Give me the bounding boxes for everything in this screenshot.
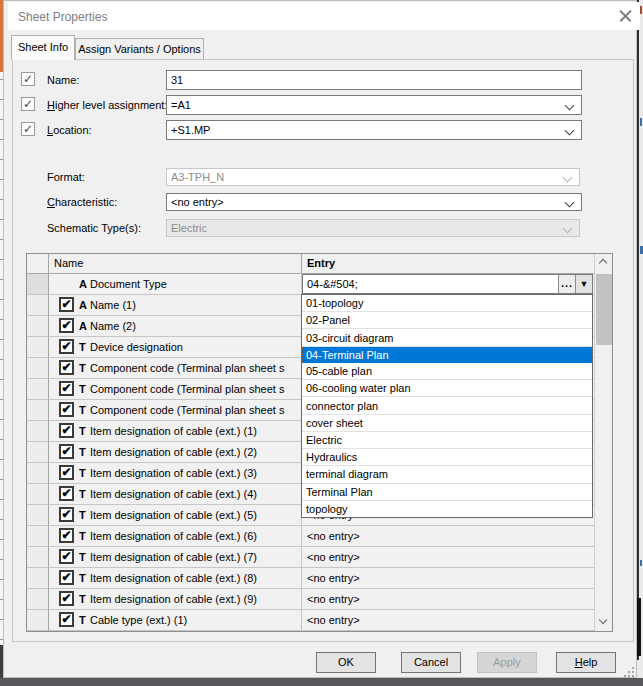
scrollbar-up-button[interactable] — [595, 254, 612, 271]
entry-combo-value[interactable]: 04-&#504; — [303, 275, 558, 293]
name-cell[interactable]: ✔ T Item designation of cable (ext.) (6) — [49, 526, 302, 547]
row-selector-cell[interactable] — [27, 610, 49, 631]
row-selector-cell[interactable] — [27, 421, 49, 442]
dropdown-item[interactable]: Electric — [302, 432, 592, 449]
dropdown-item[interactable]: Terminal Plan — [302, 484, 592, 501]
row-checkbox[interactable]: ✔ — [59, 549, 74, 564]
row-checkbox[interactable]: ✔ — [59, 444, 74, 459]
title-bar[interactable]: Sheet Properties — [8, 2, 640, 30]
name-cell[interactable]: ✔ T Item designation of cable (ext.) (7) — [49, 547, 302, 568]
row-selector-cell[interactable] — [27, 442, 49, 463]
chevron-down-icon[interactable] — [565, 198, 575, 208]
dropdown-item[interactable]: 03-circuit diagram — [302, 329, 592, 346]
characteristic-combobox[interactable]: <no entry> — [166, 193, 582, 211]
chevron-down-icon[interactable] — [565, 101, 575, 111]
dropdown-item[interactable]: cover sheet — [302, 415, 592, 432]
entry-cell[interactable]: <no entry> — [302, 610, 594, 631]
tab-assign-variants[interactable]: Assign Variants / Options — [75, 38, 204, 59]
row-selector-cell[interactable] — [27, 316, 49, 337]
cancel-button[interactable]: Cancel — [401, 652, 461, 673]
row-checkbox[interactable]: ✔ — [59, 465, 74, 480]
name-cell[interactable]: ✔ T Component code (Terminal plan sheet … — [49, 358, 302, 379]
row-selector-cell[interactable] — [27, 379, 49, 400]
name-checkbox[interactable]: ✓ — [21, 72, 35, 86]
row-selector-cell[interactable] — [27, 526, 49, 547]
dropdown-item[interactable]: 02-Panel — [302, 312, 592, 329]
name-cell[interactable]: ✔ T Item designation of cable (ext.) (4) — [49, 484, 302, 505]
entry-combobox[interactable]: 04-&#504; ... ▼ — [302, 274, 593, 294]
name-cell[interactable]: ✔ T Item designation of cable (ext.) (5) — [49, 505, 302, 526]
dropdown-item[interactable]: 05-cable plan — [302, 363, 592, 380]
name-cell[interactable]: ✔ T Item designation of cable (ext.) (8) — [49, 568, 302, 589]
row-checkbox[interactable]: ✔ — [59, 297, 74, 312]
name-cell[interactable]: A Document Type — [49, 274, 302, 295]
grid-row[interactable]: A Document Type 04-&#504; ... ▼ — [27, 274, 594, 295]
ellipsis-button[interactable]: ... — [558, 275, 575, 293]
entry-cell[interactable]: <no entry> — [302, 568, 594, 589]
higher-level-combobox[interactable]: =A1 — [166, 95, 582, 115]
chevron-down-icon[interactable] — [565, 126, 575, 136]
name-cell[interactable]: ✔ A Name (2) — [49, 316, 302, 337]
grid-row[interactable]: ✔ T Item designation of cable (ext.) (7)… — [27, 547, 594, 568]
name-cell[interactable]: ✔ T Item designation of cable (ext.) (3) — [49, 463, 302, 484]
vertical-scrollbar[interactable] — [594, 254, 612, 631]
dropdown-item[interactable]: terminal diagram — [302, 466, 592, 483]
dropdown-button[interactable]: ▼ — [575, 275, 592, 293]
name-cell[interactable]: ✔ T Device designation — [49, 337, 302, 358]
row-checkbox[interactable]: ✔ — [59, 381, 74, 396]
row-checkbox[interactable]: ✔ — [59, 486, 74, 501]
row-checkbox[interactable]: ✔ — [59, 360, 74, 375]
resize-grip[interactable] — [620, 665, 636, 679]
name-cell[interactable]: ✔ T Component code (Terminal plan sheet … — [49, 400, 302, 421]
row-selector-cell[interactable] — [27, 274, 49, 295]
entry-cell[interactable]: <no entry> — [302, 526, 594, 547]
help-button[interactable]: Help — [556, 652, 616, 673]
row-checkbox[interactable]: ✔ — [59, 423, 74, 438]
grid-row[interactable]: ✔ T Cable type (ext.) (1) <no entry> — [27, 610, 594, 631]
entry-cell[interactable]: <no entry> — [302, 589, 594, 610]
scrollbar-down-button[interactable] — [595, 614, 612, 631]
name-cell[interactable]: ✔ T Cable type (ext.) (1) — [49, 610, 302, 631]
higher-level-checkbox[interactable]: ✓ — [21, 97, 35, 111]
row-checkbox[interactable]: ✔ — [59, 528, 74, 543]
row-checkbox[interactable]: ✔ — [59, 507, 74, 522]
name-cell[interactable]: ✔ T Item designation of cable (ext.) (9) — [49, 589, 302, 610]
name-cell[interactable]: ✔ A Name (1) — [49, 295, 302, 316]
location-checkbox[interactable]: ✓ — [21, 122, 35, 136]
apply-button[interactable]: Apply — [477, 652, 537, 673]
dropdown-item[interactable]: 06-cooling water plan — [302, 380, 592, 397]
row-checkbox[interactable]: ✔ — [59, 318, 74, 333]
grid-row[interactable]: ✔ T Item designation of cable (ext.) (8)… — [27, 568, 594, 589]
close-icon[interactable] — [612, 5, 638, 27]
row-selector-cell[interactable] — [27, 400, 49, 421]
row-selector-cell[interactable] — [27, 589, 49, 610]
row-selector-cell[interactable] — [27, 484, 49, 505]
dropdown-item[interactable]: 04-Terminal Plan — [302, 347, 592, 363]
row-checkbox[interactable]: ✔ — [59, 402, 74, 417]
dropdown-item[interactable]: 01-topology — [302, 295, 592, 312]
entry-cell[interactable]: <no entry> — [302, 547, 594, 568]
tab-sheet-info[interactable]: Sheet Info — [11, 35, 75, 60]
name-cell[interactable]: ✔ T Component code (Terminal plan sheet … — [49, 379, 302, 400]
row-selector-cell[interactable] — [27, 505, 49, 526]
dropdown-item[interactable]: connector plan — [302, 397, 592, 414]
name-cell[interactable]: ✔ T Item designation of cable (ext.) (1) — [49, 421, 302, 442]
dropdown-item[interactable]: Hydraulics — [302, 449, 592, 466]
grid-row[interactable]: ✔ T Item designation of cable (ext.) (9)… — [27, 589, 594, 610]
ok-button[interactable]: OK — [316, 652, 376, 673]
row-selector-cell[interactable] — [27, 337, 49, 358]
dropdown-item[interactable]: topology — [302, 501, 592, 517]
row-checkbox[interactable]: ✔ — [59, 612, 74, 627]
row-selector-cell[interactable] — [27, 463, 49, 484]
grid-row[interactable]: ✔ T Item designation of cable (ext.) (6)… — [27, 526, 594, 547]
row-selector-cell[interactable] — [27, 547, 49, 568]
entry-cell[interactable]: 04-&#504; ... ▼ — [302, 274, 594, 295]
scrollbar-thumb[interactable] — [596, 274, 612, 345]
name-cell[interactable]: ✔ T Item designation of cable (ext.) (2) — [49, 442, 302, 463]
row-checkbox[interactable]: ✔ — [59, 570, 74, 585]
row-selector-cell[interactable] — [27, 295, 49, 316]
row-checkbox[interactable]: ✔ — [59, 591, 74, 606]
row-checkbox[interactable]: ✔ — [59, 339, 74, 354]
name-input[interactable]: 31 — [166, 70, 582, 90]
row-selector-cell[interactable] — [27, 358, 49, 379]
